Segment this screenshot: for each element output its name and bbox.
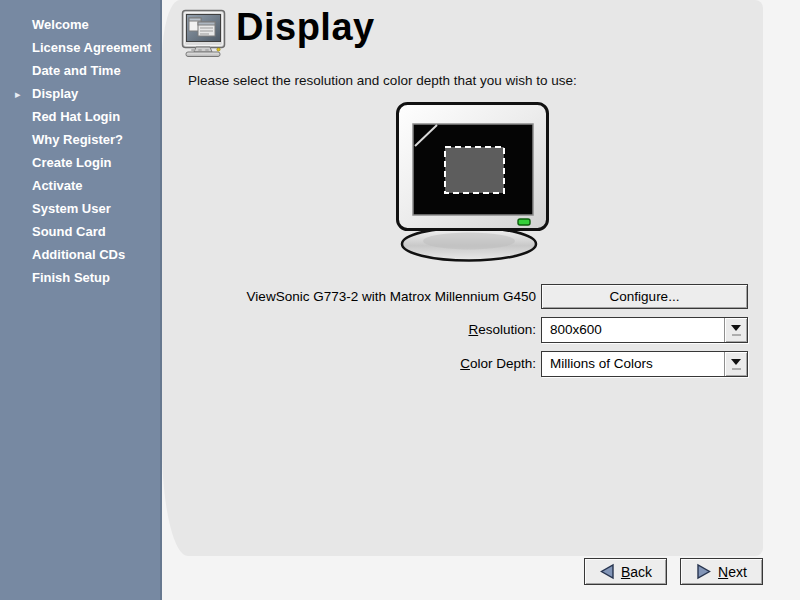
- sidebar-item-system-user: System User: [0, 197, 160, 220]
- sidebar-item-welcome: Welcome: [0, 13, 160, 36]
- next-button-label: Next: [718, 564, 747, 580]
- next-arrow-icon: [696, 563, 712, 580]
- sidebar-item-sound-card: Sound Card: [0, 220, 160, 243]
- sidebar-item-label: Why Register?: [32, 132, 123, 147]
- resolution-label: Resolution:: [186, 322, 536, 337]
- back-button-label: Back: [621, 564, 652, 580]
- sidebar-item-activate: Activate: [0, 174, 160, 197]
- sidebar-item-additional-cds: Additional CDs: [0, 243, 160, 266]
- sidebar-item-display: ▸Display: [0, 82, 160, 105]
- page-title: Display: [236, 6, 375, 49]
- content-panel: Display Please select the resolution and…: [162, 0, 763, 556]
- resolution-value: 800x600: [550, 318, 602, 342]
- sidebar-item-label: Red Hat Login: [32, 109, 120, 124]
- dropdown-arrow-icon: [724, 352, 747, 376]
- sidebar-item-red-hat-login: Red Hat Login: [0, 105, 160, 128]
- sidebar-item-why-register: Why Register?: [0, 128, 160, 151]
- back-arrow-icon: [599, 563, 615, 580]
- monitor-illustration: [388, 100, 568, 268]
- power-led: [518, 219, 530, 225]
- sidebar-item-label: Activate: [32, 178, 83, 193]
- color-depth-select[interactable]: Millions of Colors: [541, 351, 748, 377]
- firstboot-window: WelcomeLicense AgreementDate and Time▸Di…: [0, 0, 800, 600]
- sidebar-item-label: Welcome: [32, 17, 89, 32]
- sidebar: WelcomeLicense AgreementDate and Time▸Di…: [0, 0, 162, 600]
- sidebar-item-finish-setup: Finish Setup: [0, 266, 160, 289]
- back-button[interactable]: Back: [584, 558, 667, 585]
- color-depth-label: Color Depth:: [186, 356, 536, 371]
- configure-button[interactable]: Configure...: [541, 284, 748, 309]
- sidebar-item-label: System User: [32, 201, 111, 216]
- display-settings-icon: [181, 9, 227, 59]
- sidebar-steps: WelcomeLicense AgreementDate and Time▸Di…: [0, 0, 160, 289]
- resolution-preview-rect: [445, 147, 504, 193]
- sidebar-item-label: Date and Time: [32, 63, 121, 78]
- active-step-arrow-icon: ▸: [0, 83, 32, 106]
- device-label: ViewSonic G773-2 with Matrox Millennium …: [186, 289, 536, 304]
- sidebar-item-license-agreement: License Agreement: [0, 36, 160, 59]
- sidebar-item-date-and-time: Date and Time: [0, 59, 160, 82]
- sidebar-item-label: Sound Card: [32, 224, 106, 239]
- color-depth-value: Millions of Colors: [550, 352, 653, 376]
- sidebar-item-label: License Agreement: [32, 40, 151, 55]
- sidebar-item-label: Create Login: [32, 155, 111, 170]
- sidebar-item-label: Additional CDs: [32, 247, 125, 262]
- dropdown-arrow-icon: [724, 318, 747, 342]
- sidebar-item-create-login: Create Login: [0, 151, 160, 174]
- page-subtitle: Please select the resolution and color d…: [188, 73, 577, 88]
- next-button[interactable]: Next: [680, 558, 763, 585]
- sidebar-item-label: Display: [32, 86, 78, 101]
- resolution-select[interactable]: 800x600: [541, 317, 748, 343]
- sidebar-item-label: Finish Setup: [32, 270, 110, 285]
